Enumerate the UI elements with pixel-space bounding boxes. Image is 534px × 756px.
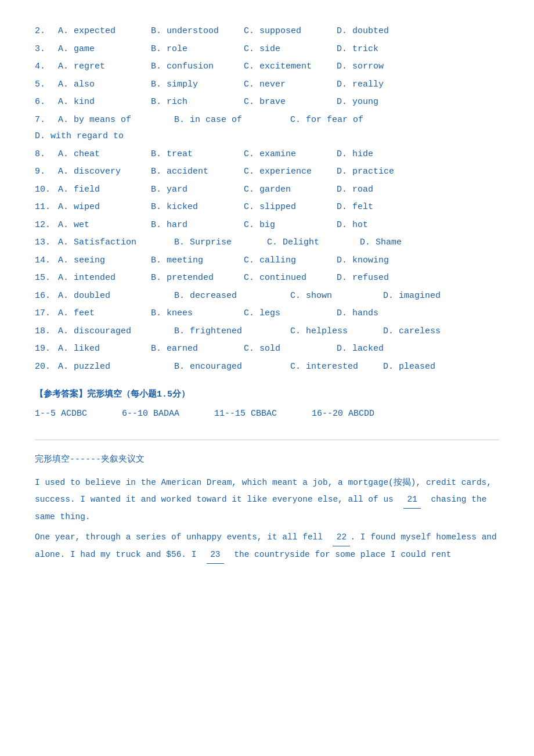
question-7: 7. A. by means of B. in case of C. for f…: [35, 112, 499, 145]
q18-optC: C. helpless: [290, 323, 383, 340]
q13-optC: C. Delight: [267, 235, 360, 251]
answer-label: 【参考答案】完形填空（每小题1.5分）: [35, 387, 499, 404]
q10-optD: D. road: [337, 182, 430, 199]
q8-optD: D. hide: [337, 146, 430, 163]
q4-optA: A. regret: [58, 59, 151, 75]
q18-num: 18.: [35, 323, 58, 340]
q15-optD: D. refused: [337, 270, 430, 287]
q9-optB: B. accident: [151, 164, 244, 181]
q3-optB: B. role: [151, 41, 244, 58]
question-8: 8. A. cheat B. treat C. examine D. hide: [35, 146, 499, 163]
answer-16-20: 16--20 ABCDD: [312, 406, 374, 423]
q17-num: 17.: [35, 305, 58, 322]
q13-num: 13.: [35, 235, 58, 251]
q13-optA: A. Satisfaction: [58, 235, 174, 251]
section-divider: [35, 440, 499, 440]
q16-optD: D. imagined: [383, 288, 476, 305]
q5-optD: D. really: [337, 77, 430, 93]
q6-num: 6.: [35, 94, 58, 111]
q8-optB: B. treat: [151, 146, 244, 163]
question-5: 5. A. also B. simply C. never D. really: [35, 77, 499, 93]
question-4: 4. A. regret B. confusion C. excitement …: [35, 59, 499, 75]
q3-optD: D. trick: [337, 41, 430, 58]
question-14: 14. A. seeing B. meeting C. calling D. k…: [35, 253, 499, 269]
q12-num: 12.: [35, 217, 58, 234]
q12-optA: A. wet: [58, 217, 151, 234]
question-16: 16. A. doubled B. decreased C. shown D. …: [35, 288, 499, 305]
passage-p1: I used to believe in the American Dream,…: [35, 474, 499, 525]
answer-1-5: 1--5 ACDBC: [35, 406, 87, 423]
q7-optA: A. by means of: [58, 112, 174, 129]
q10-num: 10.: [35, 182, 58, 199]
q15-num: 15.: [35, 270, 58, 287]
question-6: 6. A. kind B. rich C. brave D. young: [35, 94, 499, 111]
q8-num: 8.: [35, 146, 58, 163]
q14-num: 14.: [35, 253, 58, 269]
q12-optC: C. big: [244, 217, 337, 234]
question-17: 17. A. feet B. knees C. legs D. hands: [35, 305, 499, 322]
question-9: 9. A. discovery B. accident C. experienc…: [35, 164, 499, 181]
passage-p1-text: I used to believe in the American Dream,…: [35, 478, 492, 521]
q16-optC: C. shown: [290, 288, 383, 305]
answer-11-15: 11--15 CBBAC: [214, 406, 277, 423]
answer-6-10: 6--10 BADAA: [122, 406, 179, 423]
question-3: 3. A. game B. role C. side D. trick: [35, 41, 499, 58]
q11-optB: B. kicked: [151, 199, 244, 216]
q11-optC: C. slipped: [244, 199, 337, 216]
q4-optC: C. excitement: [244, 59, 337, 75]
q18-optD: D. careless: [383, 323, 476, 340]
q8-optC: C. examine: [244, 146, 337, 163]
q19-optD: D. lacked: [337, 341, 430, 358]
q11-num: 11.: [35, 199, 58, 216]
q9-optC: C. experience: [244, 164, 337, 181]
q16-num: 16.: [35, 288, 58, 305]
q18-optA: A. discouraged: [58, 323, 174, 340]
q6-optB: B. rich: [151, 94, 244, 111]
q4-optB: B. confusion: [151, 59, 244, 75]
q8-optA: A. cheat: [58, 146, 151, 163]
q3-num: 3.: [35, 41, 58, 58]
q20-optD: D. pleased: [383, 359, 476, 376]
blank-22: 22: [333, 529, 350, 546]
q12-optD: D. hot: [337, 217, 430, 234]
q17-optA: A. feet: [58, 305, 151, 322]
q5-optB: B. simply: [151, 77, 244, 93]
q14-optD: D. knowing: [337, 253, 430, 269]
question-19: 19. A. liked B. earned C. sold D. lacked: [35, 341, 499, 358]
q7-optC: C. for fear of: [290, 112, 406, 129]
q15-optB: B. pretended: [151, 270, 244, 287]
q9-optA: A. discovery: [58, 164, 151, 181]
q2-optD: D. doubted: [337, 23, 430, 40]
q4-optD: D. sorrow: [337, 59, 430, 75]
passage-p2-text: One year, through a series of unhappy ev…: [35, 532, 497, 559]
q10-optA: A. field: [58, 182, 151, 199]
passage-p2: One year, through a series of unhappy ev…: [35, 529, 499, 564]
q2-optA: A. expected: [58, 23, 151, 40]
answer-section: 【参考答案】完形填空（每小题1.5分） 1--5 ACDBC 6--10 BAD…: [35, 387, 499, 422]
q5-optA: A. also: [58, 77, 151, 93]
q19-optB: B. earned: [151, 341, 244, 358]
q11-optA: A. wiped: [58, 199, 151, 216]
q2-optC: C. supposed: [244, 23, 337, 40]
question-11: 11. A. wiped B. kicked C. slipped D. fel…: [35, 199, 499, 216]
blank-23: 23: [207, 546, 224, 564]
q15-optA: A. intended: [58, 270, 151, 287]
question-18: 18. A. discouraged B. frightened C. help…: [35, 323, 499, 340]
q3-optC: C. side: [244, 41, 337, 58]
q5-num: 5.: [35, 77, 58, 93]
q3-optA: A. game: [58, 41, 151, 58]
q16-optB: B. decreased: [174, 288, 290, 305]
q7-optD: D. with regard to: [35, 128, 151, 145]
q20-num: 20.: [35, 359, 58, 376]
q19-num: 19.: [35, 341, 58, 358]
question-10: 10. A. field B. yard C. garden D. road: [35, 182, 499, 199]
q13-optD: D. Shame: [360, 235, 453, 251]
q14-optB: B. meeting: [151, 253, 244, 269]
q15-optC: C. continued: [244, 270, 337, 287]
question-13: 13. A. Satisfaction B. Surprise C. Delig…: [35, 235, 499, 251]
q9-optD: D. practice: [337, 164, 430, 181]
blank-21: 21: [403, 491, 421, 509]
q5-optC: C. never: [244, 77, 337, 93]
q17-optD: D. hands: [337, 305, 430, 322]
q6-optA: A. kind: [58, 94, 151, 111]
